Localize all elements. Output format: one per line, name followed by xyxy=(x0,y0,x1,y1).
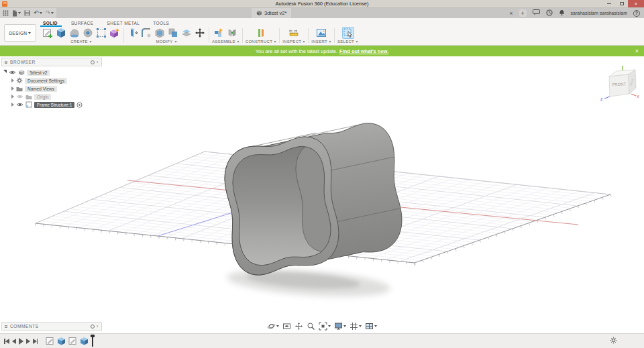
feedback-icon[interactable] xyxy=(533,9,540,17)
select-tool-icon[interactable] xyxy=(342,27,354,39)
offset-face-icon[interactable] xyxy=(180,27,193,39)
notifications-bell-icon[interactable] xyxy=(559,9,565,17)
job-status-icon[interactable] xyxy=(546,9,553,17)
display-settings-icon[interactable] xyxy=(334,322,346,331)
close-tab-icon[interactable]: × xyxy=(509,10,513,17)
pan-icon[interactable] xyxy=(294,322,303,331)
viewcube-front-label[interactable]: FRONT xyxy=(612,82,626,86)
model-body[interactable] xyxy=(225,123,402,275)
fillet-icon[interactable] xyxy=(140,27,152,39)
shell-icon[interactable] xyxy=(154,27,166,39)
tree-item-origin[interactable]: Origin xyxy=(1,93,102,101)
item-label[interactable]: Document Settings xyxy=(25,78,67,84)
expander-icon[interactable] xyxy=(11,78,14,82)
tab-tools[interactable]: TOOLS xyxy=(149,21,178,26)
visibility-eye-off-icon[interactable] xyxy=(16,94,23,99)
help-icon[interactable]: ? xyxy=(633,10,640,17)
extrude-icon[interactable] xyxy=(55,27,67,39)
orbit-icon[interactable] xyxy=(267,322,279,331)
display-options-icon[interactable] xyxy=(91,60,95,64)
timeline-extrude2-icon[interactable] xyxy=(79,337,89,346)
redo-icon[interactable]: ↷ xyxy=(46,10,54,16)
insert-image-icon[interactable] xyxy=(315,27,327,39)
activate-component-icon[interactable] xyxy=(76,102,83,108)
root-label[interactable]: 3dtest v2 xyxy=(27,70,50,76)
axis-x-line xyxy=(631,94,636,96)
modify-dropdown[interactable]: MODIFY xyxy=(156,40,176,45)
select-dropdown[interactable]: SELECT xyxy=(337,40,358,45)
look-at-icon[interactable] xyxy=(282,322,291,331)
banner-link[interactable]: Find out what's new. xyxy=(339,48,388,54)
combine-icon[interactable] xyxy=(167,27,179,39)
move-icon[interactable] xyxy=(194,27,206,39)
inspect-dropdown[interactable]: INSPECT xyxy=(282,40,305,45)
undo-icon[interactable]: ↶ xyxy=(34,10,42,16)
new-tab-button[interactable]: + xyxy=(519,9,527,17)
insert-dropdown[interactable]: INSERT xyxy=(311,40,331,45)
joint-icon[interactable] xyxy=(226,27,238,39)
expander-open-icon[interactable] xyxy=(3,70,7,75)
document-tab-row: ↶ ↷ 3dtest v2* × + sarahasislam sarahasi… xyxy=(0,8,644,18)
save-icon[interactable] xyxy=(24,10,30,16)
create-dropdown[interactable]: CREATE xyxy=(70,40,92,45)
document-tab-active[interactable]: 3dtest v2* xyxy=(252,8,291,18)
timeline-sketch2-icon[interactable] xyxy=(68,337,77,346)
viewport[interactable]: BROWSER › 3dtest v2 Document Settings xyxy=(0,56,644,333)
loft-icon[interactable] xyxy=(68,27,80,39)
assemble-dropdown[interactable]: ASSEMBLE xyxy=(212,40,239,45)
tab-surface[interactable]: SURFACE xyxy=(67,21,103,26)
tree-item-frame-structure[interactable]: Frame Structure:1 xyxy=(1,101,102,109)
item-label[interactable]: Named Views xyxy=(25,86,57,92)
collapse-panel-icon[interactable]: › xyxy=(97,60,99,64)
construct-dropdown[interactable]: CONSTRUCT xyxy=(246,40,276,45)
go-to-end-button[interactable] xyxy=(33,339,38,344)
item-label[interactable]: Frame Structure:1 xyxy=(34,102,74,108)
measure-icon[interactable] xyxy=(288,27,300,39)
quick-access-toolbar: ↶ ↷ xyxy=(0,8,56,18)
play-button[interactable] xyxy=(19,338,23,345)
collapse-panel-icon[interactable]: › xyxy=(97,324,99,329)
expander-icon[interactable] xyxy=(11,103,14,107)
timeline-settings-gear-icon[interactable] xyxy=(610,337,617,345)
zoom-icon[interactable] xyxy=(307,322,315,331)
grid-snaps-icon[interactable] xyxy=(350,322,362,331)
timeline-sketch1-icon[interactable] xyxy=(45,337,54,346)
timeline-extrude1-icon[interactable] xyxy=(56,337,66,346)
item-label[interactable]: Origin xyxy=(34,94,51,100)
step-forward-button[interactable] xyxy=(26,339,30,344)
go-to-start-button[interactable] xyxy=(4,339,9,344)
create-sketch-icon[interactable] xyxy=(42,27,54,39)
construction-plane-icon[interactable] xyxy=(255,27,267,39)
visibility-eye-icon[interactable] xyxy=(16,102,23,107)
box-primitive-icon[interactable] xyxy=(95,27,107,39)
comments-options-icon[interactable] xyxy=(91,325,95,329)
tree-item-root[interactable]: 3dtest v2 xyxy=(1,68,102,76)
file-menu-icon[interactable] xyxy=(12,10,21,17)
step-back-button[interactable] xyxy=(12,339,16,344)
panel-grip-icon[interactable] xyxy=(5,325,7,328)
tab-solid[interactable]: SOLID xyxy=(39,21,67,26)
environment-switcher[interactable]: DESIGN xyxy=(4,24,36,42)
tree-item-document-settings[interactable]: Document Settings xyxy=(1,76,102,84)
browser-header[interactable]: BROWSER › xyxy=(1,58,102,66)
comments-title: COMMENTS xyxy=(10,324,39,329)
press-pull-icon[interactable] xyxy=(127,27,139,39)
view-cube[interactable]: FRONT RIGHT Z X xyxy=(598,64,641,105)
account-username[interactable]: sarahasislam sarahasislam xyxy=(571,11,627,15)
create-form-icon[interactable] xyxy=(109,27,121,39)
viewports-icon[interactable] xyxy=(365,322,377,331)
new-component-icon[interactable] xyxy=(213,27,225,39)
comments-header[interactable]: COMMENTS › xyxy=(1,322,102,331)
banner-close-icon[interactable]: × xyxy=(635,48,639,54)
app-grid-icon[interactable] xyxy=(3,10,9,16)
expander-icon[interactable] xyxy=(11,86,14,91)
visibility-eye-icon[interactable] xyxy=(9,70,16,75)
revolve-icon[interactable] xyxy=(82,27,94,39)
timeline-position-marker[interactable] xyxy=(92,335,93,347)
fit-view-icon[interactable] xyxy=(319,322,331,331)
panel-grip-icon[interactable] xyxy=(5,61,7,64)
tab-sheet-metal[interactable]: SHEET METAL xyxy=(103,21,149,26)
comments-panel: COMMENTS › xyxy=(1,322,102,331)
expander-icon[interactable] xyxy=(11,95,14,99)
tree-item-named-views[interactable]: Named Views xyxy=(1,84,102,93)
